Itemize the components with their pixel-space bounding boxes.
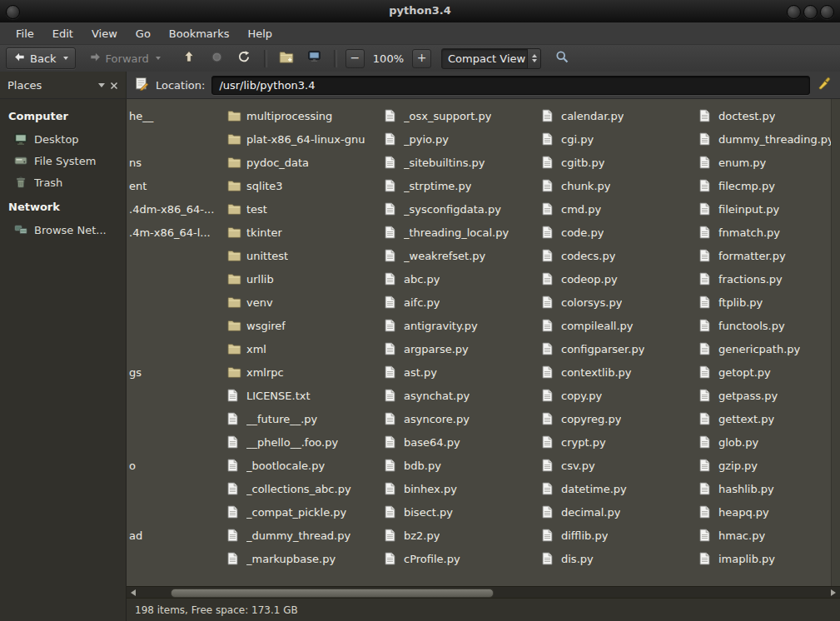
file-item[interactable]: _bootlocale.py — [227, 454, 382, 477]
file-item[interactable]: cgitb.py — [542, 151, 697, 174]
minimize-button[interactable] — [787, 5, 801, 19]
view-mode-select[interactable]: Compact View — [441, 48, 541, 69]
places-panel-header[interactable]: Places — [0, 72, 127, 98]
menu-item-bookmarks[interactable]: Bookmarks — [160, 24, 239, 43]
file-item[interactable]: _weakrefset.py — [385, 244, 539, 267]
file-item[interactable]: xmlrpc — [227, 360, 382, 384]
file-item[interactable]: __phello__.foo.py — [227, 430, 382, 454]
file-item[interactable]: cmd.py — [542, 197, 697, 221]
file-item[interactable]: test — [227, 197, 382, 221]
file-item[interactable]: copy.py — [542, 384, 697, 407]
file-item-partial[interactable]: ad — [129, 524, 142, 547]
titlebar[interactable]: python3.4 — [0, 0, 840, 23]
file-item[interactable]: getpass.py — [699, 384, 832, 407]
file-item[interactable]: LICENSE.txt — [227, 384, 382, 407]
file-item[interactable]: bdb.py — [385, 454, 539, 477]
file-item[interactable]: _collections_abc.py — [227, 477, 382, 500]
view-mode-spinner[interactable] — [527, 49, 540, 68]
menu-item-help[interactable]: Help — [238, 24, 281, 43]
file-item[interactable]: imaplib.py — [699, 547, 832, 570]
places-dropdown-icon[interactable] — [98, 83, 105, 87]
file-item[interactable]: fnmatch.py — [699, 221, 832, 244]
file-item[interactable]: doctest.py — [699, 104, 832, 127]
file-item[interactable]: sqlite3 — [227, 174, 382, 197]
file-item[interactable]: dis.py — [542, 547, 697, 570]
file-item[interactable]: _sysconfigdata.py — [385, 197, 539, 221]
file-item[interactable]: codeop.py — [542, 267, 697, 291]
file-item[interactable]: enum.py — [699, 151, 832, 174]
file-item[interactable]: cProfile.py — [385, 547, 539, 570]
zoom-out-button[interactable]: − — [345, 49, 365, 68]
file-item[interactable]: urllib — [227, 267, 382, 291]
file-item[interactable]: tkinter — [227, 221, 382, 244]
places-close-icon[interactable] — [110, 77, 118, 93]
menu-item-view[interactable]: View — [82, 24, 127, 43]
menu-item-file[interactable]: File — [7, 24, 43, 43]
file-item[interactable]: heapq.py — [699, 500, 832, 524]
clean-brush-icon[interactable] — [817, 76, 832, 94]
file-item[interactable]: unittest — [227, 244, 382, 267]
file-item[interactable]: calendar.py — [542, 104, 697, 127]
file-item[interactable]: _threading_local.py — [385, 221, 539, 244]
stop-button[interactable] — [206, 47, 228, 69]
vertical-scrollbar[interactable] — [831, 99, 840, 587]
file-item[interactable]: gzip.py — [699, 454, 832, 477]
file-item[interactable]: glob.py — [699, 430, 832, 454]
scroll-right-icon[interactable] — [831, 589, 836, 596]
file-item[interactable]: ast.py — [385, 360, 539, 384]
file-item[interactable]: __future__.py — [227, 407, 382, 430]
file-item[interactable]: configparser.py — [542, 337, 697, 360]
file-item[interactable]: hashlib.py — [699, 477, 832, 500]
file-item[interactable]: contextlib.py — [542, 360, 697, 384]
file-item[interactable]: _dummy_thread.py — [227, 524, 382, 547]
file-item-partial[interactable]: gs — [129, 360, 142, 384]
file-item[interactable]: copyreg.py — [542, 407, 697, 430]
file-item[interactable]: hmac.py — [699, 524, 832, 547]
file-item[interactable]: cgi.py — [542, 127, 697, 151]
back-button[interactable]: Back — [6, 47, 76, 69]
file-item[interactable]: genericpath.py — [699, 337, 832, 360]
horizontal-scrollbar[interactable] — [127, 586, 840, 599]
scrollbar-thumb[interactable] — [171, 589, 494, 598]
file-item[interactable]: _compat_pickle.py — [227, 500, 382, 524]
file-item[interactable]: code.py — [542, 221, 697, 244]
new-folder-button[interactable] — [276, 47, 298, 69]
zoom-in-button[interactable]: + — [412, 49, 431, 68]
file-item[interactable]: decimal.py — [542, 500, 697, 524]
file-item[interactable]: crypt.py — [542, 430, 697, 454]
file-item[interactable]: getopt.py — [699, 360, 832, 384]
edit-path-button[interactable] — [135, 77, 149, 94]
file-item[interactable]: chunk.py — [542, 174, 697, 197]
file-item[interactable]: difflib.py — [542, 524, 697, 547]
file-item[interactable]: argparse.py — [385, 337, 539, 360]
file-item[interactable]: base64.py — [385, 430, 539, 454]
file-item-partial[interactable]: ns — [129, 151, 142, 174]
file-item[interactable]: bisect.py — [385, 500, 539, 524]
file-item[interactable]: _pyio.py — [385, 127, 539, 151]
menu-item-go[interactable]: Go — [127, 24, 160, 43]
file-pane[interactable]: he__nsent.4dm-x86_64-....4m-x86_64-l...g… — [127, 99, 840, 621]
file-item[interactable]: antigravity.py — [385, 314, 539, 337]
file-item[interactable]: aifc.py — [385, 291, 539, 314]
file-item[interactable]: formatter.py — [699, 244, 832, 267]
sidebar-item-desktop[interactable]: Desktop — [0, 128, 126, 150]
maximize-button[interactable] — [803, 5, 818, 19]
up-button[interactable] — [178, 47, 201, 69]
close-button[interactable] — [820, 5, 834, 19]
file-item[interactable]: fractions.py — [699, 267, 832, 291]
file-item[interactable]: multiprocessing — [227, 104, 382, 127]
forward-button[interactable]: Forward — [82, 48, 167, 68]
file-item[interactable]: fileinput.py — [699, 197, 832, 221]
file-item-partial[interactable]: he__ — [129, 104, 153, 127]
file-item[interactable]: plat-x86_64-linux-gnu — [227, 127, 382, 151]
file-item[interactable]: filecmp.py — [699, 174, 832, 197]
refresh-button[interactable] — [233, 47, 256, 69]
file-item-partial[interactable]: ent — [129, 174, 147, 197]
file-item[interactable]: venv — [227, 291, 382, 314]
search-button[interactable] — [551, 47, 574, 69]
file-item[interactable]: colorsys.py — [542, 291, 697, 314]
file-item-partial[interactable]: .4m-x86_64-l... — [129, 221, 211, 244]
sidebar-item-browse-net[interactable]: Browse Net... — [0, 219, 126, 241]
file-item[interactable]: pydoc_data — [227, 151, 382, 174]
desktop-display-button[interactable] — [303, 47, 326, 69]
